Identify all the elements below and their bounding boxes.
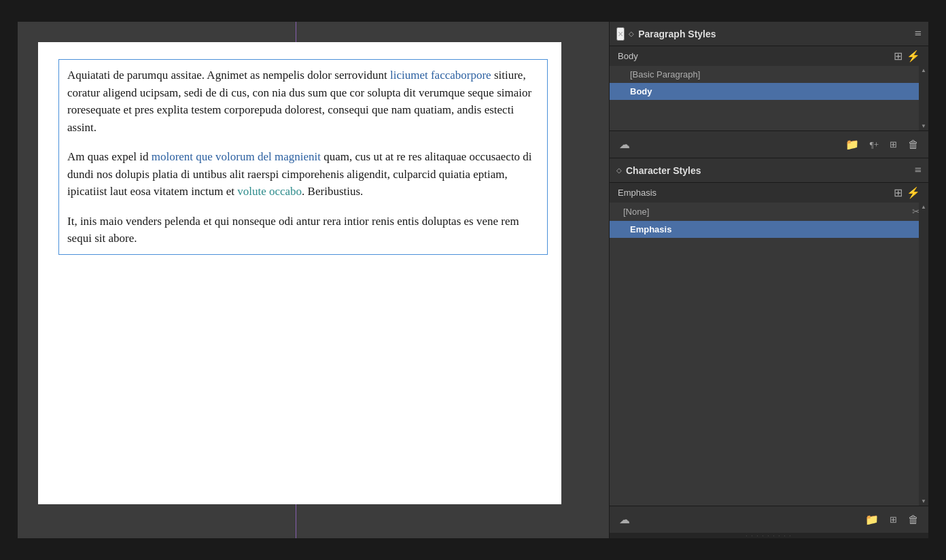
character-collapse-icon: ◇ xyxy=(616,167,622,174)
character-styles-panel: ◇ Character Styles ≡ Emphasis ⊞ ⚡ [None] xyxy=(610,158,928,538)
paragraph-toolbar: ☁ 📁 ¶+ ⊞ 🗑 xyxy=(610,130,928,158)
character-styles-title: Character Styles xyxy=(626,165,701,176)
paragraph-body-item[interactable]: Body xyxy=(610,83,928,100)
character-toolbar: ☁ 📁 ⊞ 🗑 xyxy=(610,506,928,533)
paragraph-delete-icon[interactable]: 🗑 xyxy=(905,137,922,152)
character-header-left: ◇ Character Styles xyxy=(616,165,701,176)
paragraph-2: Am quas expel id molorent que volorum de… xyxy=(67,148,539,200)
panel-separator: · · · · · · · · · xyxy=(610,533,928,538)
paragraph-group-name: Body xyxy=(618,51,638,61)
paragraph-group-header: Body ⊞ ⚡ xyxy=(610,46,928,66)
para-scroll-down[interactable]: ▼ xyxy=(921,123,926,129)
character-style-icon[interactable]: ⊞ xyxy=(887,513,900,527)
character-emphasis-item[interactable]: Emphasis xyxy=(610,221,928,238)
paragraph-1: Aquiatati de parumqu assitae. Agnimet as… xyxy=(67,67,539,136)
text-frame: Aquiatati de parumqu assitae. Agnimet as… xyxy=(58,59,548,255)
character-group-actions: ⊞ ⚡ xyxy=(894,186,920,199)
link-liciumet[interactable]: liciumet faccaborpore xyxy=(390,69,491,82)
character-toolbar-left: ☁ xyxy=(616,512,633,527)
paragraph-cloud-icon[interactable]: ☁ xyxy=(616,137,633,152)
paragraph-style-list: [Basic Paragraph] Body ▲ ▼ xyxy=(610,66,928,130)
canvas-area: Aquiatati de parumqu assitae. Agnimet as… xyxy=(18,22,609,538)
char-scroll-down[interactable]: ▼ xyxy=(921,498,926,504)
paragraph-basic-item[interactable]: [Basic Paragraph] xyxy=(610,66,928,83)
paragraph-styles-header: × ◇ Paragraph Styles ≡ xyxy=(610,22,928,46)
document-page: Aquiatati de parumqu assitae. Agnimet as… xyxy=(38,42,561,504)
paragraph-collapse-icon: ◇ xyxy=(629,30,634,37)
paragraph-styles-menu-icon[interactable]: ≡ xyxy=(915,27,922,41)
link-volute[interactable]: volute occabo xyxy=(237,185,302,198)
character-cloud-icon[interactable]: ☁ xyxy=(616,512,633,527)
right-panel: × ◇ Paragraph Styles ≡ Body ⊞ ⚡ [Basic P… xyxy=(609,22,928,538)
character-style-list: [None] ✂ Emphasis ▲ ▼ xyxy=(610,203,928,506)
character-styles-header: ◇ Character Styles ≡ xyxy=(610,158,928,183)
paragraph-lightning-icon[interactable]: ⚡ xyxy=(907,50,920,63)
paragraph-styles-panel: × ◇ Paragraph Styles ≡ Body ⊞ ⚡ [Basic P… xyxy=(610,22,928,158)
character-folder-icon[interactable]: 📁 xyxy=(862,512,881,527)
separator-dots: · · · · · · · · · xyxy=(746,533,792,539)
paragraph-folder-icon[interactable]: 📁 xyxy=(843,137,862,152)
paragraph-toolbar-left: ☁ xyxy=(616,137,633,152)
character-new-style-icon[interactable]: ⊞ xyxy=(894,186,903,199)
character-delete-icon[interactable]: 🗑 xyxy=(905,512,922,527)
character-none-item[interactable]: [None] ✂ xyxy=(610,203,928,221)
character-styles-menu-icon[interactable]: ≡ xyxy=(915,163,922,177)
character-group-header: Emphasis ⊞ ⚡ xyxy=(610,183,928,203)
paragraph-para-plus-icon[interactable]: ¶+ xyxy=(867,138,881,152)
char-scroll-up[interactable]: ▲ xyxy=(921,204,926,210)
paragraph-header-left: × ◇ Paragraph Styles xyxy=(616,27,716,41)
paragraph-styles-title: Paragraph Styles xyxy=(638,29,716,39)
paragraph-3: It, inis maio venders pelenda et qui non… xyxy=(67,213,539,247)
link-molorent[interactable]: molorent que volorum del magnienit xyxy=(152,150,321,163)
paragraph-style-icon[interactable]: ⊞ xyxy=(887,138,900,152)
paragraph-panel-close[interactable]: × xyxy=(616,27,625,41)
para-scroll-up[interactable]: ▲ xyxy=(921,67,926,73)
app-container: Aquiatati de parumqu assitae. Agnimet as… xyxy=(18,22,928,538)
paragraph-group-actions: ⊞ ⚡ xyxy=(894,50,920,63)
paragraph-new-style-icon[interactable]: ⊞ xyxy=(894,50,903,63)
character-lightning-icon[interactable]: ⚡ xyxy=(907,186,920,199)
character-group-name: Emphasis xyxy=(618,188,656,198)
